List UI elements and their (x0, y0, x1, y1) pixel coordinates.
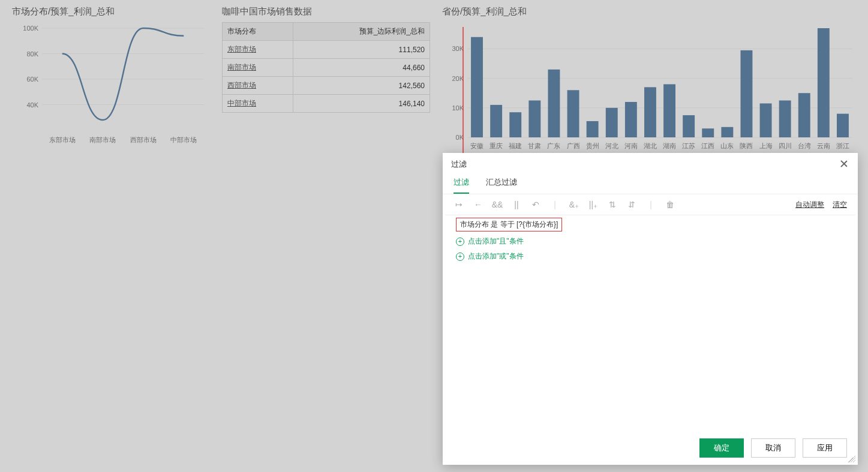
svg-text:100K: 100K (23, 25, 38, 32)
table-cell-value: 44,660 (293, 59, 430, 77)
table-cell-link[interactable]: 东部市场 (227, 45, 256, 53)
dashboard: 市场分布/预算_利润_总和 40K60K80K100K东部市场南部市场西部市场中… (0, 0, 868, 160)
table-cell-link[interactable]: 西部市场 (227, 81, 256, 89)
dialog-tabs: 过滤 汇总过滤 (443, 173, 858, 194)
svg-text:湖南: 湖南 (663, 142, 676, 149)
table-cell-value: 111,520 (293, 41, 430, 59)
delete-icon[interactable]: 🗑 (665, 199, 675, 210)
or-plus-icon[interactable]: ||₊ (588, 199, 599, 210)
dialog-header: 过滤 (443, 153, 858, 173)
divider-icon-2: | (645, 199, 656, 210)
svg-text:重庆: 重庆 (489, 142, 503, 149)
svg-text:40K: 40K (26, 101, 38, 109)
svg-rect-58 (837, 114, 849, 137)
svg-rect-42 (683, 115, 695, 137)
svg-rect-36 (625, 102, 637, 137)
svg-text:0K: 0K (456, 134, 464, 141)
add-or-label: 点击添加"或"条件 (468, 251, 524, 261)
svg-text:云南: 云南 (817, 142, 830, 149)
svg-text:广东: 广东 (547, 142, 560, 149)
svg-text:四川: 四川 (779, 142, 792, 149)
table-cell-value: 146,140 (293, 95, 430, 113)
bar-chart-title: 省份/预算_利润_总和 (442, 6, 856, 17)
svg-text:陕西: 陕西 (740, 142, 753, 149)
svg-text:安徽: 安徽 (470, 142, 483, 149)
filter-condition[interactable]: 市场分布 是 等于 [?{市场分布}] (456, 218, 562, 232)
svg-rect-40 (663, 84, 675, 137)
svg-text:30K: 30K (452, 45, 464, 52)
svg-rect-26 (528, 101, 540, 137)
tab-summary-filter[interactable]: 汇总过滤 (486, 173, 517, 194)
svg-text:浙江: 浙江 (836, 142, 849, 149)
svg-text:上海: 上海 (759, 142, 773, 149)
svg-rect-50 (760, 103, 772, 137)
close-icon[interactable] (839, 159, 849, 170)
svg-rect-20 (471, 37, 483, 137)
svg-rect-46 (721, 127, 733, 137)
indent-left-icon[interactable]: ← (473, 199, 483, 210)
bar-chart-panel: 省份/预算_利润_总和 0K10K20K30K安徽重庆福建甘肃广东广西贵州河北河… (442, 6, 856, 154)
dialog-footer: 确定 取消 应用 (443, 431, 858, 465)
bar-chart[interactable]: 0K10K20K30K安徽重庆福建甘肃广东广西贵州河北河南湖北湖南江苏江西山东陕… (442, 22, 856, 154)
svg-rect-48 (740, 50, 752, 137)
apply-button[interactable]: 应用 (803, 438, 847, 458)
and-icon[interactable]: && (492, 199, 503, 210)
tab-filter[interactable]: 过滤 (453, 173, 469, 194)
table-row[interactable]: 中部市场146,140 (223, 95, 430, 113)
plus-icon: + (456, 252, 464, 261)
svg-text:广西: 广西 (567, 142, 580, 149)
svg-text:河南: 河南 (624, 142, 638, 149)
line-chart[interactable]: 40K60K80K100K东部市场南部市场西部市场中部市场 (12, 22, 210, 148)
table-panel: 咖啡中国市场销售数据 市场分布 预算_边际利润_总和 东部市场111,520南部… (222, 6, 430, 154)
line-chart-panel: 市场分布/预算_利润_总和 40K60K80K100K东部市场南部市场西部市场中… (12, 6, 210, 154)
confirm-button[interactable]: 确定 (699, 438, 744, 458)
svg-rect-22 (490, 105, 502, 137)
clear-link[interactable]: 清空 (833, 200, 847, 210)
svg-text:中部市场: 中部市场 (170, 136, 197, 143)
table-row[interactable]: 南部市场44,660 (223, 59, 430, 77)
cancel-button[interactable]: 取消 (751, 438, 795, 458)
table-cell-link[interactable]: 中部市场 (227, 99, 256, 107)
resize-grip-icon[interactable] (848, 455, 855, 462)
svg-text:西部市场: 西部市场 (130, 136, 157, 143)
table-cell-link[interactable]: 南部市场 (227, 63, 256, 71)
svg-text:河北: 河北 (605, 142, 618, 149)
table-row[interactable]: 西部市场142,560 (223, 77, 430, 95)
data-table[interactable]: 市场分布 预算_边际利润_总和 东部市场111,520南部市场44,660西部市… (222, 22, 430, 113)
svg-text:山东: 山东 (720, 142, 734, 149)
svg-text:湖北: 湖北 (644, 142, 657, 149)
add-or-condition[interactable]: + 点击添加"或"条件 (456, 251, 845, 261)
add-and-label: 点击添加"且"条件 (468, 236, 524, 246)
indent-right-icon[interactable]: ↦ (453, 199, 464, 210)
svg-rect-30 (567, 90, 579, 137)
sort-desc-icon[interactable]: ⇵ (626, 199, 637, 210)
and-plus-icon[interactable]: &₊ (569, 199, 579, 210)
undo-icon[interactable]: ↶ (530, 199, 541, 210)
svg-text:南部市场: 南部市场 (89, 136, 116, 143)
svg-text:20K: 20K (452, 75, 464, 82)
table-header-col1[interactable]: 市场分布 (223, 23, 293, 41)
svg-rect-24 (509, 112, 521, 137)
svg-rect-38 (644, 87, 656, 137)
svg-rect-28 (548, 70, 560, 137)
plus-icon: + (456, 237, 464, 246)
svg-rect-32 (587, 121, 599, 137)
svg-text:江西: 江西 (701, 142, 714, 149)
table-cell-value: 142,560 (293, 77, 430, 95)
svg-text:甘肃: 甘肃 (528, 142, 541, 149)
filter-toolbar: ↦ ← && || ↶ | &₊ ||₊ ⇅ ⇵ | 🗑 自动调整 清空 (443, 194, 858, 215)
or-icon[interactable]: || (511, 199, 522, 210)
condition-area[interactable]: 市场分布 是 等于 [?{市场分布}] + 点击添加"且"条件 + 点击添加"或… (445, 215, 855, 431)
table-row[interactable]: 东部市场111,520 (223, 41, 430, 59)
svg-rect-34 (606, 108, 618, 137)
svg-text:江苏: 江苏 (682, 142, 695, 149)
sort-asc-icon[interactable]: ⇅ (607, 199, 618, 210)
svg-rect-44 (702, 128, 714, 137)
table-title: 咖啡中国市场销售数据 (222, 6, 430, 17)
svg-text:东部市场: 东部市场 (49, 136, 76, 143)
svg-text:福建: 福建 (509, 142, 522, 149)
add-and-condition[interactable]: + 点击添加"且"条件 (456, 236, 845, 246)
table-header-col2[interactable]: 预算_边际利润_总和 (293, 23, 430, 41)
auto-adjust-link[interactable]: 自动调整 (795, 200, 824, 210)
svg-rect-52 (779, 101, 791, 137)
